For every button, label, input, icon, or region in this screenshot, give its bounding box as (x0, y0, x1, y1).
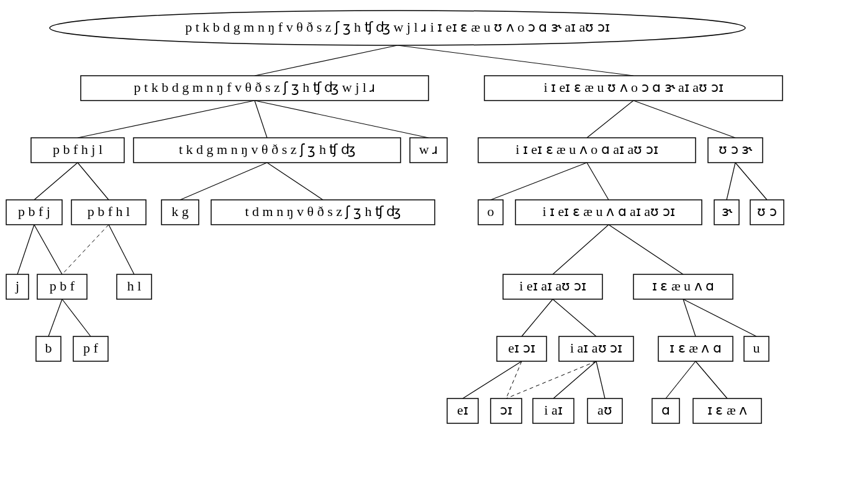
node-label: u (753, 340, 760, 356)
node-cons: p t k b d g m n ŋ f v θ ð s z ʃ ʒ h ʧ ʤ … (81, 76, 429, 101)
edge (34, 163, 78, 200)
node-label: ʊ ɔ ɝ (719, 142, 752, 157)
edge (255, 101, 429, 138)
edge (34, 225, 62, 274)
node-L6pf: p f (73, 336, 108, 361)
node-v2b: ʊ ɔ (750, 200, 784, 225)
node-v2a: ɝ (714, 200, 739, 225)
node-c1a: p b f j (6, 200, 62, 225)
edge (255, 101, 267, 138)
node-v1a: o (478, 200, 503, 225)
edge (727, 163, 735, 200)
node-label: ɪ ɛ æ ʌ (707, 402, 747, 418)
edge (609, 225, 683, 274)
edge-dashed (506, 361, 596, 398)
edge (553, 225, 609, 274)
edge (587, 163, 609, 200)
node-root: p t k b d g m n ŋ f v θ ð s z ʃ ʒ h ʧ ʤ … (50, 11, 745, 45)
node-label: ɔɪ (500, 402, 512, 418)
edge (696, 361, 727, 398)
node-c1b: p b f h l (71, 200, 146, 225)
edge (553, 299, 596, 336)
node-c2: t k d g m n ŋ v θ ð s z ʃ ʒ h ʧ ʤ (134, 138, 401, 163)
node-label: eɪ ɔɪ (508, 340, 535, 356)
node-v2: ʊ ɔ ɝ (708, 138, 763, 163)
node-label: p b f (50, 278, 75, 294)
node-label: i ɪ eɪ ɛ æ u ʊ ʌ o ɔ ɑ ɝ aɪ aʊ ɔɪ (543, 79, 723, 95)
node-label: p b f j (18, 204, 50, 219)
edge (255, 45, 397, 76)
node-v1b2b: u (744, 336, 769, 361)
node-label: ʊ ɔ (757, 204, 777, 219)
node-label: i aɪ (544, 402, 562, 418)
node-label: eɪ (457, 402, 468, 418)
node-label: p b f h j l (53, 142, 102, 157)
node-L7au: aʊ (588, 398, 622, 423)
node-label: p b f h l (88, 204, 130, 219)
node-L5hl: h l (117, 274, 152, 299)
node-v1b2a: ɪ ɛ æ ʌ ɑ (658, 336, 733, 361)
node-vow: i ɪ eɪ ɛ æ u ʊ ʌ o ɔ ɑ ɝ aɪ aʊ ɔɪ (484, 76, 783, 101)
node-L5j: j (6, 274, 29, 299)
node-c3: w ɹ (410, 138, 447, 163)
node-v1b1: i eɪ aɪ aʊ ɔɪ (503, 274, 602, 299)
node-label: k g (171, 204, 189, 219)
edge (109, 225, 134, 274)
node-label: o (488, 204, 494, 219)
node-L7a: ɑ (652, 398, 679, 423)
edge (666, 361, 696, 398)
node-L7ei: eɪ (447, 398, 478, 423)
edge (522, 299, 553, 336)
edge (48, 299, 62, 336)
edge (267, 163, 323, 200)
edge (587, 101, 633, 138)
node-label: h l (127, 278, 142, 294)
edge (180, 163, 267, 200)
node-c1: p b f h j l (31, 138, 124, 163)
node-v1b: i ɪ eɪ ɛ æ u ʌ ɑ aɪ aʊ ɔɪ (515, 200, 702, 225)
node-label: i ɪ eɪ ɛ æ u ʌ ɑ aɪ aʊ ɔɪ (542, 204, 674, 219)
node-L6b: b (36, 336, 61, 361)
node-label: p t k b d g m n ŋ f v θ ð s z ʃ ʒ h ʧ ʤ … (134, 79, 376, 95)
node-label: ɪ ɛ æ ʌ ɑ (669, 340, 722, 356)
node-v1b1a: eɪ ɔɪ (497, 336, 547, 361)
node-c2b: t d m n ŋ v θ ð s z ʃ ʒ h ʧ ʤ (211, 200, 435, 225)
edge (633, 101, 735, 138)
node-label: aʊ (597, 402, 612, 418)
node-L7oi: ɔɪ (491, 398, 522, 423)
node-label: ɝ (722, 204, 732, 219)
edge (78, 101, 255, 138)
edge (596, 361, 605, 398)
node-v1b2: ɪ ɛ æ u ʌ ɑ (633, 274, 733, 299)
node-L5pbf: p b f (37, 274, 87, 299)
tree-diagram: p t k b d g m n ŋ f v θ ð s z ʃ ʒ h ʧ ʤ … (0, 0, 844, 504)
edge (463, 361, 522, 398)
edge-dashed (62, 225, 109, 274)
node-label: t k d g m n ŋ v θ ð s z ʃ ʒ h ʧ ʤ (179, 142, 355, 157)
node-label: i eɪ aɪ aʊ ɔɪ (519, 278, 586, 294)
node-label: i aɪ aʊ ɔɪ (570, 340, 622, 356)
node-label: ɑ (661, 402, 670, 418)
node-label: b (45, 340, 52, 356)
edge (62, 299, 91, 336)
node-v1b1b: i aɪ aʊ ɔɪ (559, 336, 633, 361)
node-c2a: k g (161, 200, 199, 225)
edge (683, 299, 756, 336)
node-label: ɪ ɛ æ u ʌ ɑ (652, 278, 714, 294)
edge (78, 163, 109, 200)
edge (735, 163, 767, 200)
node-L7rest: ɪ ɛ æ ʌ (693, 398, 761, 423)
edge (491, 163, 587, 200)
edge (17, 225, 34, 274)
node-label: p f (83, 340, 99, 356)
node-label: i ɪ eɪ ɛ æ u ʌ o ɑ aɪ aʊ ɔɪ (515, 142, 658, 157)
node-label: j (15, 278, 19, 294)
node-label: w ɹ (419, 142, 438, 157)
edge (553, 361, 596, 398)
edge (397, 45, 633, 76)
node-label: t d m n ŋ v θ ð s z ʃ ʒ h ʧ ʤ (245, 204, 401, 219)
node-L7iai: i aɪ (533, 398, 574, 423)
node-v1: i ɪ eɪ ɛ æ u ʌ o ɑ aɪ aʊ ɔɪ (478, 138, 696, 163)
node-label: p t k b d g m n ŋ f v θ ð s z ʃ ʒ h ʧ ʤ … (185, 19, 610, 35)
